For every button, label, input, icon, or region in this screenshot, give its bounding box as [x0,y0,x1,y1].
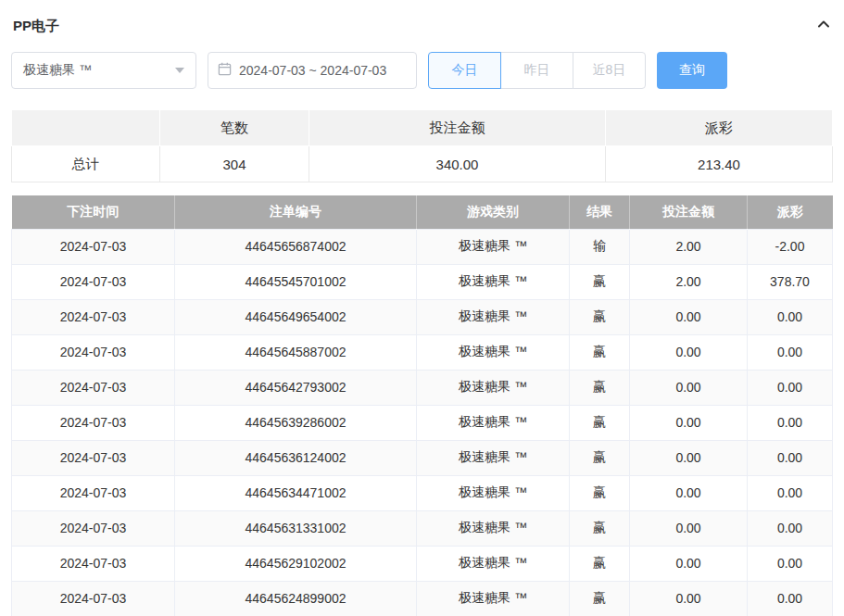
bet-time-cell: 2024-07-03 [12,264,175,299]
game-type-cell: 极速糖果 ™ [417,229,570,264]
order-id-cell: 44645629102002 [175,546,417,581]
table-row: 2024-07-03 44645624899002 极速糖果 ™ 赢 0.00 … [12,581,833,616]
order-id-cell: 44645624899002 [175,581,417,616]
result-cell: 赢 [570,264,630,299]
bet-amount-cell: 0.00 [630,581,748,616]
calendar-icon [218,62,232,79]
bet-time-cell: 2024-07-03 [12,334,175,370]
table-row: 2024-07-03 44645642793002 极速糖果 ™ 赢 0.00 … [12,370,833,405]
order-id-cell: 44645634471002 [175,475,417,510]
order-id-cell: 44645545701002 [175,264,417,299]
bet-amount-cell: 0.00 [630,440,748,475]
chevron-down-icon [175,68,184,73]
game-select[interactable]: 极速糖果 ™ [11,52,196,89]
summary-header-row: 笔数 投注金额 派彩 [12,110,833,146]
quick-range-today-button[interactable]: 今日 [428,52,501,89]
bet-table-header-row: 下注时间 注单编号 游戏类别 结果 投注金额 派彩 [12,195,833,229]
table-row: 2024-07-03 44645639286002 极速糖果 ™ 赢 0.00 … [12,405,833,440]
game-type-cell: 极速糖果 ™ [417,440,570,475]
bet-amount-cell: 0.00 [630,475,748,510]
bet-table: 下注时间 注单编号 游戏类别 结果 投注金额 派彩 2024-07-03 446… [11,195,833,616]
bet-amount-cell: 0.00 [630,299,748,334]
result-cell: 赢 [570,440,630,475]
summary-total-bet: 340.00 [309,146,606,182]
payout-cell: 0.00 [748,546,833,581]
payout-cell: 0.00 [748,440,833,475]
summary-total-label: 总计 [12,146,160,182]
result-cell: 赢 [570,370,630,405]
result-cell: 输 [570,229,630,264]
summary-header-payout: 派彩 [606,110,833,146]
payout-cell: 0.00 [748,370,833,405]
order-id-cell: 44645639286002 [175,405,417,440]
panel-title: PP电子 [13,18,59,35]
bet-time-cell: 2024-07-03 [12,581,175,616]
order-id-cell: 44645656874002 [175,229,417,264]
payout-cell: 0.00 [748,405,833,440]
game-type-cell: 极速糖果 ™ [417,299,570,334]
quick-range-group: 今日 昨日 近8日 [428,52,646,89]
summary-header-count: 笔数 [160,110,309,146]
result-cell: 赢 [570,405,630,440]
bet-time-cell: 2024-07-03 [12,475,175,510]
game-type-cell: 极速糖果 ™ [417,370,570,405]
bet-time-cell: 2024-07-03 [12,440,175,475]
header-bet-amount: 投注金额 [630,195,748,229]
table-row: 2024-07-03 44645645887002 极速糖果 ™ 赢 0.00 … [12,334,833,370]
order-id-cell: 44645645887002 [175,334,417,370]
order-id-cell: 44645649654002 [175,299,417,334]
filter-bar: 极速糖果 ™ 2024-07-03 ~ 2024-07-03 今日 昨日 近8日… [11,52,833,89]
game-type-cell: 极速糖果 ™ [417,405,570,440]
result-cell: 赢 [570,475,630,510]
result-cell: 赢 [570,546,630,581]
bet-amount-cell: 0.00 [630,546,748,581]
table-row: 2024-07-03 44645634471002 极速糖果 ™ 赢 0.00 … [12,475,833,510]
result-cell: 赢 [570,581,630,616]
bet-time-cell: 2024-07-03 [12,370,175,405]
summary-header-empty [12,110,160,146]
bet-amount-cell: 2.00 [630,264,748,299]
game-type-cell: 极速糖果 ™ [417,510,570,546]
payout-cell: 0.00 [748,334,833,370]
table-row: 2024-07-03 44645545701002 极速糖果 ™ 赢 2.00 … [12,264,833,299]
game-type-cell: 极速糖果 ™ [417,581,570,616]
collapse-panel-button[interactable] [816,17,831,35]
bet-time-cell: 2024-07-03 [12,546,175,581]
date-range-picker[interactable]: 2024-07-03 ~ 2024-07-03 [208,52,417,89]
chevron-up-icon [816,17,831,35]
bet-amount-cell: 0.00 [630,405,748,440]
panel-header: PP电子 [11,11,833,41]
search-button[interactable]: 查询 [657,52,727,89]
payout-cell: 378.70 [748,264,833,299]
game-type-cell: 极速糖果 ™ [417,264,570,299]
game-type-cell: 极速糖果 ™ [417,334,570,370]
summary-table: 笔数 投注金额 派彩 总计 304 340.00 213.40 [11,109,833,182]
bet-amount-cell: 2.00 [630,229,748,264]
header-result: 结果 [570,195,630,229]
table-row: 2024-07-03 44645649654002 极速糖果 ™ 赢 0.00 … [12,299,833,334]
payout-cell: 0.00 [748,299,833,334]
bet-amount-cell: 0.00 [630,370,748,405]
header-order-id: 注单编号 [175,195,417,229]
summary-total-payout: 213.40 [606,146,833,182]
date-range-value: 2024-07-03 ~ 2024-07-03 [239,63,386,78]
summary-total-count: 304 [160,146,309,182]
bet-time-cell: 2024-07-03 [12,510,175,546]
table-row: 2024-07-03 44645636124002 极速糖果 ™ 赢 0.00 … [12,440,833,475]
game-type-cell: 极速糖果 ™ [417,546,570,581]
order-id-cell: 44645636124002 [175,440,417,475]
summary-total-row: 总计 304 340.00 213.40 [12,146,833,182]
result-cell: 赢 [570,334,630,370]
game-select-value: 极速糖果 ™ [23,62,92,79]
table-row: 2024-07-03 44645656874002 极速糖果 ™ 输 2.00 … [12,229,833,264]
table-row: 2024-07-03 44645629102002 极速糖果 ™ 赢 0.00 … [12,546,833,581]
quick-range-yesterday-button[interactable]: 昨日 [500,52,573,89]
payout-cell: 0.00 [748,510,833,546]
header-game-type: 游戏类别 [417,195,570,229]
quick-range-last8days-button[interactable]: 近8日 [573,52,646,89]
header-bet-time: 下注时间 [12,195,175,229]
result-cell: 赢 [570,299,630,334]
game-type-cell: 极速糖果 ™ [417,475,570,510]
bet-table-body: 2024-07-03 44645656874002 极速糖果 ™ 输 2.00 … [12,229,833,616]
order-id-cell: 44645642793002 [175,370,417,405]
